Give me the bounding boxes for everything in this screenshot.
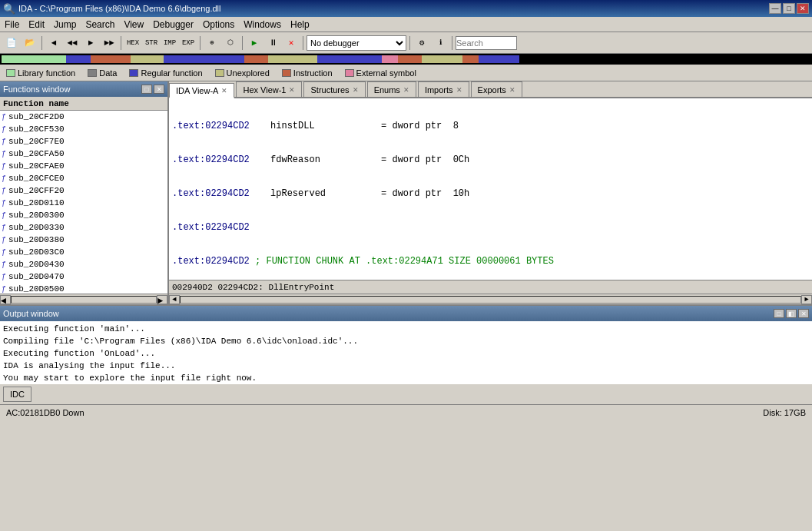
settings-button[interactable]: ⚙ xyxy=(413,35,430,51)
nav-ext-segment xyxy=(382,55,398,63)
exports-button[interactable]: EXP xyxy=(180,35,197,51)
imports-button[interactable]: IMP xyxy=(161,35,178,51)
hscroll-left-btn[interactable]: ◄ xyxy=(169,295,180,304)
legend-regular: Regular function xyxy=(129,68,202,78)
new-button[interactable]: 📄 xyxy=(3,35,20,51)
function-list-item[interactable]: ƒsub_20CFA50 xyxy=(0,148,167,160)
functions-hscrollbar[interactable]: ◄ ► xyxy=(0,294,167,304)
toolbar-separator-3 xyxy=(200,36,201,50)
tab-structures-close[interactable]: ✕ xyxy=(353,86,359,94)
tab-structures[interactable]: Structures ✕ xyxy=(303,81,365,97)
hscroll-right-btn[interactable]: ► xyxy=(157,295,167,304)
functions-restore-button[interactable]: □ xyxy=(141,85,152,94)
search-input[interactable] xyxy=(456,36,517,50)
toolbar-separator-1 xyxy=(41,36,42,50)
tab-enums[interactable]: Enums ✕ xyxy=(367,81,416,97)
tab-enums-close[interactable]: ✕ xyxy=(403,86,409,94)
disasm-line[interactable]: .text:02294CD2 lpReserved = dword ptr 10… xyxy=(169,188,812,200)
info-button[interactable]: ℹ xyxy=(432,35,449,51)
disasm-line[interactable]: .text:02294CD2 fdwReason = dword ptr 0Ch xyxy=(169,154,812,166)
tab-exports[interactable]: Exports ✕ xyxy=(471,81,522,97)
stop-button[interactable]: ✕ xyxy=(283,35,300,51)
function-icon: ƒ xyxy=(2,211,6,220)
function-list-item[interactable]: ƒsub_20CFAE0 xyxy=(0,160,167,172)
minimize-button[interactable]: — xyxy=(769,3,781,14)
function-list-item[interactable]: ƒsub_20CFCE0 xyxy=(0,172,167,184)
fwd2-button[interactable]: ►► xyxy=(101,35,118,51)
output-close-button[interactable]: ✕ xyxy=(798,309,809,318)
back2-button[interactable]: ◄◄ xyxy=(64,35,81,51)
tab-hex-view-1-label: Hex View-1 xyxy=(243,85,286,95)
functions-list[interactable]: ƒsub_20CF2D0ƒsub_20CF530ƒsub_20CF7E0ƒsub… xyxy=(0,111,167,294)
tab-hex-view-1-close[interactable]: ✕ xyxy=(289,86,295,94)
disasm-line[interactable]: .text:02294CD2 xyxy=(169,221,812,234)
output-float-button[interactable]: ◧ xyxy=(786,309,797,318)
hscroll-track[interactable] xyxy=(180,296,801,304)
function-list-item[interactable]: ƒsub_20CF530 xyxy=(0,123,167,135)
hscroll-right-btn[interactable]: ► xyxy=(801,295,812,304)
legend-data: Data xyxy=(88,68,117,78)
menu-windows[interactable]: Windows xyxy=(239,18,286,31)
functions-close-button[interactable]: ✕ xyxy=(154,85,164,94)
pause-button[interactable]: ⏸ xyxy=(264,35,281,51)
function-list-item[interactable]: ƒsub_20D03C0 xyxy=(0,246,167,258)
main-area: Functions window □ ✕ Function name ƒsub_… xyxy=(0,81,812,304)
hex-button[interactable]: HEX xyxy=(124,35,141,51)
disassembly-view[interactable]: .text:02294CD2 hinstDLL = dword ptr 8 .t… xyxy=(169,98,812,280)
graph-button[interactable]: ⬡ xyxy=(222,35,239,51)
tab-hex-view-1[interactable]: Hex View-1 ✕ xyxy=(236,81,302,97)
function-list-item[interactable]: ƒsub_20D0300 xyxy=(0,209,167,221)
function-list-item[interactable]: ƒsub_20D0470 xyxy=(0,270,167,283)
fwd-button[interactable]: ► xyxy=(82,35,99,51)
legend-instruction-label: Instruction xyxy=(293,68,333,78)
back-button[interactable]: ◄ xyxy=(45,35,62,51)
idc-button[interactable]: IDC xyxy=(3,387,31,402)
tab-ida-view-a[interactable]: IDA View-A ✕ xyxy=(169,83,234,98)
function-name: sub_20D0500 xyxy=(8,284,65,294)
legend-regular-color xyxy=(129,69,138,77)
function-list-item[interactable]: ƒsub_20CF7E0 xyxy=(0,135,167,148)
legend-unexplored-label: Unexplored xyxy=(227,68,270,78)
function-list-item[interactable]: ƒsub_20D0500 xyxy=(0,283,167,294)
disasm-hscrollbar[interactable]: ◄ ► xyxy=(169,294,812,304)
open-button[interactable]: 📂 xyxy=(22,35,38,51)
function-list-item[interactable]: ƒsub_20D0380 xyxy=(0,234,167,246)
disasm-line[interactable]: .text:02294CD2 hinstDLL = dword ptr 8 xyxy=(169,120,812,132)
function-icon: ƒ xyxy=(2,285,6,294)
function-list-item[interactable]: ƒsub_20CF2D0 xyxy=(0,111,167,123)
menu-edit[interactable]: Edit xyxy=(24,18,49,31)
legend-library-color xyxy=(6,69,15,77)
debugger-select[interactable]: No debugger xyxy=(307,35,406,51)
menu-debugger[interactable]: Debugger xyxy=(148,18,198,31)
strings-button[interactable]: STR xyxy=(143,35,160,51)
menu-help[interactable]: Help xyxy=(286,18,314,31)
output-restore-button[interactable]: □ xyxy=(774,309,784,318)
menu-view[interactable]: View xyxy=(119,18,148,31)
function-list-item[interactable]: ƒsub_20D0330 xyxy=(0,221,167,234)
run-button[interactable]: ▶ xyxy=(246,35,263,51)
tab-imports-close[interactable]: ✕ xyxy=(456,86,462,94)
tab-exports-close[interactable]: ✕ xyxy=(509,86,515,94)
maximize-button[interactable]: □ xyxy=(783,3,795,14)
tab-ida-view-a-close[interactable]: ✕ xyxy=(221,87,227,95)
menu-options[interactable]: Options xyxy=(198,18,239,31)
function-list-item[interactable]: ƒsub_20CFF20 xyxy=(0,184,167,197)
hscroll-left-btn[interactable]: ◄ xyxy=(0,295,11,304)
disasm-line[interactable]: .text:02294CD2 ; FUNCTION CHUNK AT .text… xyxy=(169,255,812,267)
functions-column-header: Function name xyxy=(0,97,167,111)
toolbar-separator-6 xyxy=(409,36,410,50)
tab-imports[interactable]: Imports ✕ xyxy=(418,81,469,97)
function-name: sub_20CFF20 xyxy=(8,186,65,195)
function-list-item[interactable]: ƒsub_20D0430 xyxy=(0,258,167,270)
menu-jump[interactable]: Jump xyxy=(49,18,81,31)
function-list-item[interactable]: ƒsub_20D0110 xyxy=(0,197,167,209)
function-name: sub_20CF530 xyxy=(8,124,65,134)
hscroll-track[interactable] xyxy=(11,296,157,304)
menu-search[interactable]: Search xyxy=(81,18,119,31)
function-icon: ƒ xyxy=(2,261,6,269)
menu-file[interactable]: File xyxy=(0,18,24,31)
current-address: 002940D2 02294CD2: DllEntryPoint xyxy=(172,283,334,292)
app-icon: 🔍 xyxy=(3,3,15,15)
xref-button[interactable]: ⊕ xyxy=(204,35,220,51)
close-button[interactable]: ✕ xyxy=(797,3,809,14)
